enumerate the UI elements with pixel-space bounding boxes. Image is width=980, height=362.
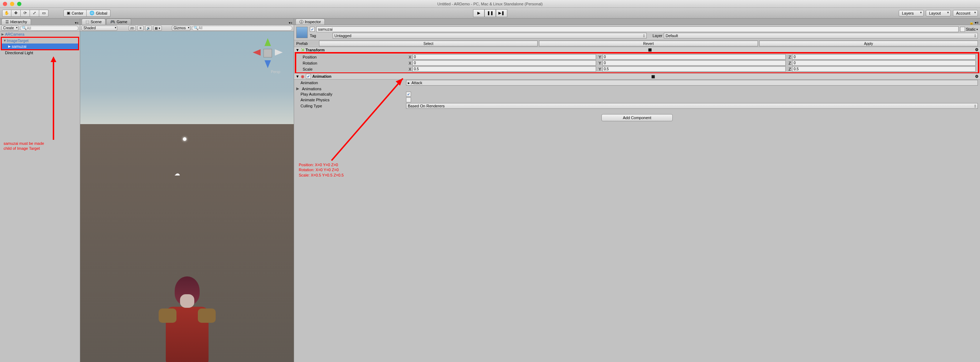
- foldout-icon[interactable]: ▼: [296, 74, 299, 78]
- animation-clip-label: Animation: [301, 81, 404, 85]
- rotation-y-input[interactable]: [603, 60, 786, 65]
- disclosure-icon[interactable]: ▼: [3, 39, 7, 42]
- rotation-z-input[interactable]: [792, 60, 976, 65]
- gameobject-icon[interactable]: [296, 27, 308, 38]
- layout-dropdown[interactable]: Layout: [926, 10, 951, 16]
- hierarchy-tab[interactable]: ☰Hierarchy: [2, 19, 31, 25]
- projection-label[interactable]: Persp: [271, 70, 280, 74]
- playback-controls: ▶ ❚❚ ▶❚: [473, 9, 507, 17]
- scene-icon: ⬚: [86, 20, 89, 24]
- help-icon[interactable]: ▦: [648, 48, 652, 52]
- position-label: Position: [303, 55, 406, 59]
- position-x-input[interactable]: [412, 54, 596, 59]
- audio-toggle[interactable]: 🔊: [145, 26, 152, 31]
- account-dropdown[interactable]: Account: [953, 10, 978, 16]
- hierarchy-item-arcamera[interactable]: ▶ARCamera: [0, 31, 80, 37]
- disclosure-icon[interactable]: ▶: [8, 45, 12, 48]
- scene-search[interactable]: 🔍All: [192, 26, 292, 31]
- add-component-button[interactable]: Add Component: [601, 114, 673, 121]
- clip-icon: ▸: [408, 81, 410, 85]
- scale-x-input[interactable]: [412, 66, 596, 72]
- create-dropdown[interactable]: Create: [2, 26, 19, 31]
- animation-component-header[interactable]: ▼ ◉ ✔ Animation ▦ ⚙: [294, 73, 980, 80]
- game-icon: 🎮: [110, 20, 115, 24]
- static-checkbox[interactable]: [960, 27, 965, 32]
- inspector-panel: ⓘInspector 🔒 ▾≡ ✔ Static▾ Tag Untagged L…: [294, 19, 980, 362]
- gameobject-name-input[interactable]: [316, 26, 959, 32]
- animation-enabled-checkbox[interactable]: ✔: [306, 74, 311, 79]
- play-button[interactable]: ▶: [473, 9, 484, 17]
- macos-titlebar: Untitled - ARDemo - PC, Mac & Linux Stan…: [0, 0, 980, 8]
- animation-icon: ◉: [301, 74, 304, 79]
- layer-dropdown[interactable]: Default: [664, 33, 978, 38]
- window-close-button[interactable]: [3, 2, 7, 6]
- hierarchy-search[interactable]: 🔍All: [20, 26, 78, 31]
- scale-z-input[interactable]: [792, 66, 976, 72]
- game-tab[interactable]: 🎮Game: [106, 19, 131, 25]
- scene-viewport[interactable]: ☁ Persp: [80, 31, 294, 362]
- main-toolbar: ✋ ✥ ⟳ ⤢ ▭ ▣Center 🌐Global ▶ ❚❚ ▶❚ Layers…: [0, 8, 980, 19]
- component-menu-icon[interactable]: ⚙: [975, 48, 978, 52]
- component-menu-icon[interactable]: ⚙: [975, 74, 978, 79]
- draw-mode-dropdown[interactable]: Shaded: [82, 26, 117, 31]
- hand-tool[interactable]: ✋: [2, 10, 11, 17]
- center-icon: ▣: [67, 11, 70, 15]
- annotation-highlight-box: Position X Y Z Rotation X Y Z Scale X Y …: [295, 52, 979, 74]
- rotation-x-input[interactable]: [412, 60, 596, 65]
- lock-icon[interactable]: 🔒 ▾≡: [968, 21, 980, 25]
- position-y-input[interactable]: [603, 54, 786, 59]
- disclosure-icon[interactable]: ▶: [2, 32, 5, 36]
- orientation-gizmo[interactable]: [252, 37, 284, 69]
- panel-menu-icon[interactable]: ▾≡: [73, 21, 80, 25]
- foldout-icon[interactable]: ▶: [296, 86, 300, 91]
- hierarchy-icon: ☰: [5, 20, 9, 24]
- pivot-toggle[interactable]: ▣Center: [64, 10, 87, 17]
- play-automatically-checkbox[interactable]: ✔: [406, 92, 411, 97]
- panel-menu-icon[interactable]: ▾≡: [287, 21, 294, 25]
- position-z-input[interactable]: [792, 54, 976, 59]
- help-icon[interactable]: ▦: [651, 74, 655, 79]
- rotate-tool[interactable]: ⟳: [21, 10, 30, 17]
- scale-tool[interactable]: ⤢: [30, 10, 39, 17]
- rotation-label: Rotation: [303, 61, 406, 65]
- animations-label: Animations: [302, 87, 405, 91]
- hierarchy-list: ▶ARCamera ▼ImageTarget ▶samuzai Directio…: [0, 31, 80, 362]
- annotation-arrow: [53, 58, 54, 140]
- lighting-toggle[interactable]: ☀: [137, 26, 144, 31]
- gizmos-dropdown[interactable]: Gizmos: [172, 26, 190, 31]
- annotation-text: samuzai must be made child of Image Targ…: [3, 141, 44, 151]
- rect-tool[interactable]: ▭: [39, 10, 48, 17]
- culling-type-label: Culling Type: [301, 104, 404, 108]
- prefab-select-button[interactable]: Select: [319, 41, 538, 46]
- hierarchy-item-imagetarget[interactable]: ▼ImageTarget: [2, 38, 78, 43]
- 2d-toggle[interactable]: 2D: [129, 26, 136, 31]
- scene-panel: ⬚Scene 🎮Game ▾≡ Shaded 2D ☀ 🔊 ▦ ▾ Gizmos…: [80, 19, 294, 362]
- inspector-tab[interactable]: ⓘInspector: [296, 19, 325, 25]
- step-button[interactable]: ▶❚: [496, 9, 507, 17]
- prefab-revert-button[interactable]: Revert: [539, 41, 757, 46]
- fx-toggle[interactable]: ▦ ▾: [153, 26, 162, 31]
- animate-physics-label: Animate Physics: [301, 98, 404, 102]
- foldout-icon[interactable]: ▼: [296, 48, 299, 52]
- move-tool[interactable]: ✥: [11, 10, 21, 17]
- hierarchy-item-samuzai[interactable]: ▶samuzai: [2, 43, 78, 49]
- camera-gizmo-icon: ☁: [174, 170, 180, 177]
- transform-tools: ✋ ✥ ⟳ ⤢ ▭: [2, 10, 48, 17]
- animation-clip-field[interactable]: ▸Attack: [406, 80, 978, 86]
- layers-dropdown[interactable]: Layers: [899, 10, 924, 16]
- scene-tab[interactable]: ⬚Scene: [82, 19, 105, 25]
- active-checkbox[interactable]: ✔: [310, 27, 315, 32]
- layer-label: Layer: [648, 33, 662, 38]
- tag-label: Tag: [310, 33, 331, 38]
- scale-y-input[interactable]: [603, 66, 786, 72]
- culling-type-dropdown[interactable]: Based On Renderers: [406, 103, 978, 109]
- pause-button[interactable]: ❚❚: [484, 9, 496, 17]
- scale-label: Scale: [303, 67, 406, 71]
- prefab-apply-button[interactable]: Apply: [759, 41, 978, 46]
- animate-physics-checkbox[interactable]: [406, 97, 411, 102]
- window-minimize-button[interactable]: [10, 2, 14, 6]
- hierarchy-item-directional-light[interactable]: Directional Light: [0, 50, 80, 56]
- space-toggle[interactable]: 🌐Global: [87, 10, 110, 17]
- window-maximize-button[interactable]: [17, 2, 21, 6]
- tag-dropdown[interactable]: Untagged: [332, 33, 647, 38]
